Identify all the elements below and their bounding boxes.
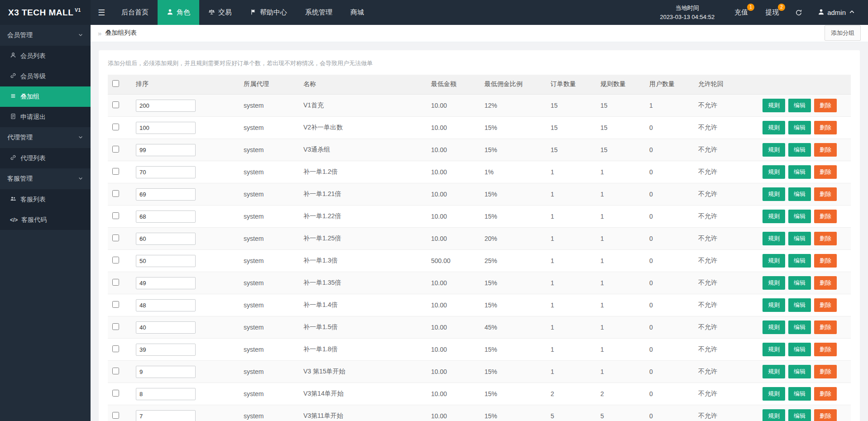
rules-button[interactable]: 规则: [762, 254, 785, 268]
add-group-button[interactable]: 添加分组: [825, 25, 861, 41]
row-checkbox[interactable]: [112, 146, 119, 153]
delete-button[interactable]: 删除: [814, 409, 837, 421]
sort-input[interactable]: [136, 188, 196, 201]
delete-button[interactable]: 删除: [814, 321, 837, 334]
sort-input[interactable]: [136, 166, 196, 178]
sidebar-group-members[interactable]: 会员管理: [0, 25, 91, 46]
row-checkbox[interactable]: [112, 212, 119, 219]
withdraw-link[interactable]: 提现 2: [758, 0, 786, 25]
rules-button[interactable]: 规则: [762, 99, 785, 112]
recharge-link[interactable]: 充值 1: [727, 0, 755, 25]
rules-button[interactable]: 规则: [762, 298, 785, 312]
rules-button[interactable]: 规则: [762, 210, 785, 223]
rules-button[interactable]: 规则: [762, 165, 785, 179]
delete-button[interactable]: 删除: [814, 121, 837, 134]
edit-button[interactable]: 编辑: [788, 409, 811, 421]
row-checkbox[interactable]: [112, 124, 119, 130]
delete-button[interactable]: 删除: [814, 387, 837, 401]
delete-button[interactable]: 删除: [814, 187, 837, 201]
edit-button[interactable]: 编辑: [788, 99, 811, 112]
sidebar-item-support-code[interactable]: </> 客服代码: [0, 210, 91, 230]
sidebar-item-member-levels[interactable]: 会员等级: [0, 66, 91, 86]
rules-button[interactable]: 规则: [762, 187, 785, 201]
row-checkbox[interactable]: [112, 257, 119, 263]
edit-button[interactable]: 编辑: [788, 232, 811, 245]
delete-button[interactable]: 删除: [814, 365, 837, 378]
rules-button[interactable]: 规则: [762, 276, 785, 290]
sort-input[interactable]: [136, 210, 196, 223]
sort-input[interactable]: [136, 388, 196, 400]
rules-button[interactable]: 规则: [762, 409, 785, 421]
delete-button[interactable]: 删除: [814, 165, 837, 179]
user-menu[interactable]: admin: [811, 0, 862, 25]
sort-input[interactable]: [136, 344, 196, 356]
edit-button[interactable]: 编辑: [788, 210, 811, 223]
delete-button[interactable]: 删除: [814, 232, 837, 245]
rules-button[interactable]: 规则: [762, 232, 785, 245]
edit-button[interactable]: 编辑: [788, 365, 811, 378]
sidebar-item-stack-groups[interactable]: 叠加组: [0, 86, 91, 107]
row-checkbox[interactable]: [112, 368, 119, 374]
sidebar-item-support-list[interactable]: 客服列表: [0, 189, 91, 210]
edit-button[interactable]: 编辑: [788, 121, 811, 134]
row-checkbox[interactable]: [112, 168, 119, 175]
row-checkbox[interactable]: [112, 234, 119, 241]
nav-item-roles[interactable]: 角色: [158, 0, 199, 25]
rules-button[interactable]: 规则: [762, 343, 785, 356]
row-checkbox[interactable]: [112, 412, 119, 419]
delete-button[interactable]: 删除: [814, 343, 837, 356]
sort-input[interactable]: [136, 233, 196, 245]
row-checkbox[interactable]: [112, 345, 119, 352]
row-checkbox[interactable]: [112, 190, 119, 197]
edit-button[interactable]: 编辑: [788, 143, 811, 157]
select-all-checkbox[interactable]: [112, 80, 119, 87]
delete-button[interactable]: 删除: [814, 143, 837, 157]
rules-button[interactable]: 规则: [762, 321, 785, 334]
delete-button[interactable]: 删除: [814, 298, 837, 312]
edit-button[interactable]: 编辑: [788, 387, 811, 401]
min-amount-cell: 10.00: [427, 161, 480, 183]
sidebar-item-member-list[interactable]: 会员列表: [0, 46, 91, 66]
delete-button[interactable]: 删除: [814, 210, 837, 223]
row-checkbox[interactable]: [112, 390, 119, 397]
sidebar-item-agent-list[interactable]: 代理列表: [0, 148, 91, 168]
sort-input[interactable]: [136, 366, 196, 378]
refresh-icon[interactable]: [789, 0, 809, 25]
sort-input[interactable]: [136, 255, 196, 267]
nav-item-dashboard[interactable]: 后台首页: [112, 0, 158, 25]
row-checkbox[interactable]: [112, 323, 119, 330]
delete-button[interactable]: 删除: [814, 99, 837, 112]
edit-button[interactable]: 编辑: [788, 165, 811, 179]
sidebar-toggle-icon[interactable]: ☰: [91, 0, 112, 25]
delete-button[interactable]: 删除: [814, 254, 837, 268]
sort-input[interactable]: [136, 122, 196, 134]
edit-button[interactable]: 编辑: [788, 276, 811, 290]
sort-input[interactable]: [136, 100, 196, 112]
edit-button[interactable]: 编辑: [788, 254, 811, 268]
row-checkbox[interactable]: [112, 101, 119, 108]
edit-button[interactable]: 编辑: [788, 321, 811, 334]
delete-button[interactable]: 删除: [814, 276, 837, 290]
nav-item-transactions[interactable]: 交易: [199, 0, 241, 25]
rules-button[interactable]: 规则: [762, 121, 785, 134]
rules-button[interactable]: 规则: [762, 143, 785, 157]
nav-item-mall[interactable]: 商城: [341, 0, 373, 25]
edit-button[interactable]: 编辑: [788, 187, 811, 201]
rules-button[interactable]: 规则: [762, 365, 785, 378]
sort-input[interactable]: [136, 321, 196, 334]
nav-item-help-center[interactable]: 帮助中心: [241, 0, 296, 25]
rules-button[interactable]: 规则: [762, 387, 785, 401]
sidebar-group-support[interactable]: 客服管理: [0, 168, 91, 189]
loop-cell: 不允许: [694, 117, 758, 139]
edit-button[interactable]: 编辑: [788, 298, 811, 312]
edit-button[interactable]: 编辑: [788, 343, 811, 356]
sidebar-item-exit-requests[interactable]: 申请退出: [0, 107, 91, 127]
nav-item-system[interactable]: 系统管理: [296, 0, 341, 25]
sort-input[interactable]: [136, 410, 196, 421]
row-checkbox[interactable]: [112, 279, 119, 286]
row-checkbox[interactable]: [112, 301, 119, 308]
sort-input[interactable]: [136, 144, 196, 156]
sort-input[interactable]: [136, 299, 196, 311]
sort-input[interactable]: [136, 277, 196, 289]
sidebar-group-agents[interactable]: 代理管理: [0, 127, 91, 148]
